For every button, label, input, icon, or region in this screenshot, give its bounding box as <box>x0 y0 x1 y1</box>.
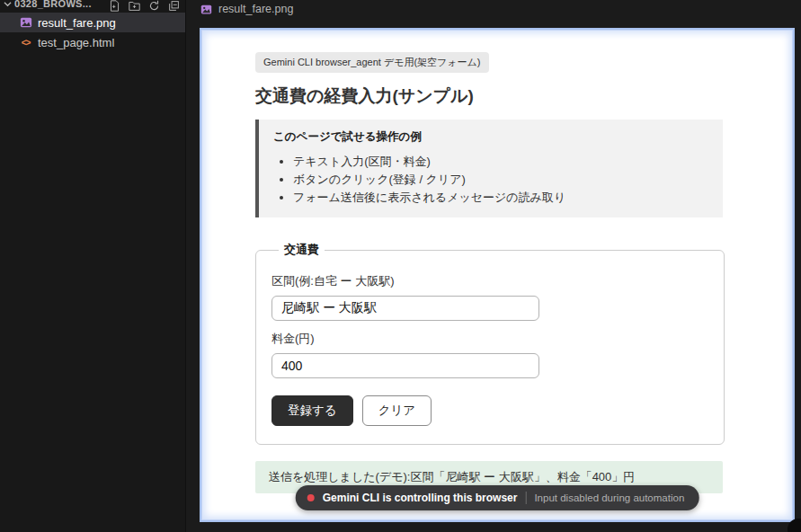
explorer-sidebar: 0328_BROWS... result_fa <box>0 0 186 532</box>
toast-divider <box>525 492 526 504</box>
chevron-down-icon <box>4 0 12 12</box>
tab-result-fare-png[interactable]: result_fare.png <box>200 1 293 17</box>
explorer-folder-title: 0328_BROWS... <box>14 0 92 9</box>
demo-badge: Gemini CLI browser_agent デモ用(架空フォーム) <box>255 52 489 73</box>
info-list-item: テキスト入力(区間・料金) <box>293 153 708 171</box>
form-buttons: 登録する クリア <box>271 395 709 426</box>
info-list-item: ボタンのクリック(登録 / クリア) <box>293 171 708 189</box>
tab-title: result_fare.png <box>218 3 293 15</box>
editor-area: result_fare.png Gemini CLI browser_agent… <box>187 0 801 532</box>
fare-input[interactable] <box>271 353 539 378</box>
file-name-label: result_fare.png <box>38 16 116 30</box>
info-box-title: このページで試せる操作の例 <box>273 129 708 145</box>
clear-button[interactable]: クリア <box>362 395 432 426</box>
image-preview-result-fare: Gemini CLI browser_agent デモ用(架空フォーム) 交通費… <box>200 28 795 522</box>
toast-secondary-text: Input disabled during automation <box>534 492 684 503</box>
new-folder-icon[interactable] <box>129 0 140 12</box>
image-file-icon <box>200 3 213 16</box>
submit-button[interactable]: 登録する <box>271 395 353 426</box>
explorer-folder-header[interactable]: 0328_BROWS... <box>0 0 185 13</box>
demo-page: Gemini CLI browser_agent デモ用(架空フォーム) 交通費… <box>201 30 793 520</box>
new-file-icon[interactable] <box>109 0 120 12</box>
info-box: このページで試せる操作の例 テキスト入力(区間・料金) ボタンのクリック(登録 … <box>255 120 723 217</box>
route-field-label: 区間(例:自宅 ー 大阪駅) <box>271 273 709 289</box>
code-file-icon: <> <box>19 36 32 49</box>
vscode-window: 0328_BROWS... result_fa <box>0 0 801 532</box>
fare-field-label: 料金(円) <box>271 331 709 347</box>
info-list-item: フォーム送信後に表示されるメッセージの読み取り <box>293 189 708 207</box>
automation-toast: Gemini CLI is controlling this browser I… <box>296 485 699 510</box>
image-file-icon <box>19 16 32 30</box>
sidebar-item-test-page-html[interactable]: <> test_page.html <box>0 32 185 52</box>
fieldset-legend: 交通費 <box>279 242 325 258</box>
expense-fieldset: 交通費 区間(例:自宅 ー 大阪駅) 料金(円) 登録する クリア <box>255 242 725 445</box>
info-list: テキスト入力(区間・料金) ボタンのクリック(登録 / クリア) フォーム送信後… <box>273 153 708 207</box>
recording-dot-icon <box>307 494 315 501</box>
toast-main-text: Gemini CLI is controlling this browser <box>323 492 518 504</box>
file-name-label: test_page.html <box>38 36 114 49</box>
sidebar-item-result-fare-png[interactable]: result_fare.png <box>0 13 185 32</box>
page-title: 交通費の経費入力(サンプル) <box>255 84 739 108</box>
collapse-all-icon[interactable] <box>168 0 180 12</box>
route-input[interactable] <box>271 296 539 321</box>
refresh-icon[interactable] <box>148 0 160 12</box>
